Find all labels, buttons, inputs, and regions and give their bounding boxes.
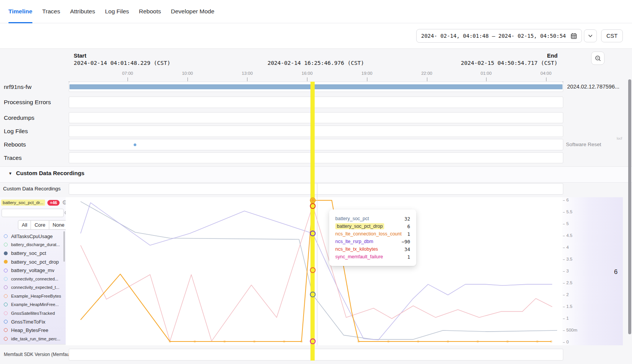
timeline-end-time: 2024-02-15 04:50:54.717 (CST) xyxy=(405,60,558,66)
sdk-version-row-track[interactable] xyxy=(69,349,563,361)
y-tick-mark xyxy=(563,283,565,283)
metric-name: Example_HeapFreeBytes xyxy=(11,294,61,298)
tooltip-row: ncs_lte_tx_kilobytes34 xyxy=(335,245,410,253)
series-line-ncs_lte_rsrp_dbm xyxy=(81,203,552,340)
page-scrollbar[interactable] xyxy=(628,79,631,334)
selected-metric-chip[interactable]: battery_soc_pct_dr... xyxy=(1,200,45,206)
tab-developer-mode[interactable]: Developer Mode xyxy=(171,0,215,23)
metric-color-dot xyxy=(4,243,8,246)
tab-timeline[interactable]: Timeline xyxy=(8,0,32,23)
y-tick-label: 3.5 xyxy=(566,257,572,261)
y-tick-label: 6 xyxy=(566,198,569,202)
time-tick-label: 01:00 xyxy=(481,71,492,76)
chevron-down-icon xyxy=(588,34,593,38)
more-metrics-badge[interactable]: +46 xyxy=(47,200,60,206)
timezone-button[interactable]: CST xyxy=(601,29,623,42)
metric-name: GnssTimeToFix xyxy=(11,319,45,325)
metric-color-dot-filled xyxy=(4,251,8,255)
timeline-row-track[interactable] xyxy=(69,152,563,163)
timeline-end-label: End xyxy=(481,53,558,59)
time-tick-label: 07:00 xyxy=(122,71,133,76)
timeline-start-time: 2024-02-14 04:01:48.229 (CST) xyxy=(74,60,170,66)
metric-search-input[interactable] xyxy=(2,209,64,217)
metric-item[interactable]: battery_voltage_mv xyxy=(0,266,66,275)
metric-item[interactable]: AllTasksCpuUsage xyxy=(0,232,66,240)
tooltip-metric-name: battery_soc_pct_drop xyxy=(335,223,384,229)
tooltip-row: battery_soc_pct32 xyxy=(335,215,410,222)
timeline-start-label: Start xyxy=(74,53,86,59)
timeline-cursor[interactable] xyxy=(310,82,315,361)
tooltip-metric-name: ncs_lte_connection_loss_count xyxy=(335,231,402,237)
time-tick-mark xyxy=(187,77,188,81)
metric-color-dot xyxy=(4,328,8,332)
y-tick-mark xyxy=(563,248,565,248)
locf-label: locf xyxy=(617,137,622,140)
metric-item[interactable]: Heap_BytesFree xyxy=(0,326,66,334)
timeline-row-label: nrf91ns-fw xyxy=(4,84,31,90)
tooltip-metric-value: 6 xyxy=(407,224,410,229)
timeline-row-track[interactable] xyxy=(69,139,563,150)
metric-item[interactable]: GnssSatellitesTracked xyxy=(0,309,66,317)
reboot-event-dot[interactable] xyxy=(134,143,136,146)
tab-reboots[interactable]: Reboots xyxy=(139,0,161,23)
metric-name: battery_voltage_mv xyxy=(11,267,54,273)
tooltip-metric-value: 1 xyxy=(407,231,410,237)
metric-color-dot xyxy=(4,269,8,272)
filter-all-button[interactable]: All xyxy=(18,220,31,230)
tooltip-metric-value: 1 xyxy=(407,254,410,260)
cdr-row-label: Custom Data Recordings xyxy=(3,186,61,192)
y-tick-mark xyxy=(563,212,565,213)
timeline-row-track[interactable] xyxy=(69,82,563,92)
custom-data-recordings-section[interactable] xyxy=(0,166,632,183)
calendar-icon[interactable] xyxy=(571,33,577,39)
metric-item[interactable]: battery_soc_pct_drop xyxy=(0,258,66,266)
chart-tooltip: battery_soc_pct32battery_soc_pct_drop6nc… xyxy=(329,209,416,266)
firmware-version-label: 2024.02.12.787596... xyxy=(567,84,619,90)
timeline-row-track[interactable] xyxy=(69,126,563,137)
metric-item[interactable]: battery_soc_pct xyxy=(0,249,66,258)
y-tick-mark xyxy=(563,259,565,260)
tab-attributes[interactable]: Attributes xyxy=(70,0,95,23)
y-tick-mark xyxy=(563,295,565,295)
date-range-input[interactable]: 2024- 02-14, 04:01:48 – 2024- 02-15, 04:… xyxy=(416,29,582,43)
timeline-row-label: Coredumps xyxy=(4,114,34,121)
time-tick-mark xyxy=(367,77,367,81)
metric-color-dot-filled xyxy=(4,260,8,264)
metric-list-scrollbar[interactable] xyxy=(63,231,65,262)
metric-item[interactable]: connectivity_connected... xyxy=(0,275,66,283)
tooltip-row: battery_soc_pct_drop6 xyxy=(335,222,410,230)
y-tick-mark xyxy=(563,330,565,331)
timeline-row-track[interactable] xyxy=(69,97,563,108)
metric-item[interactable]: GnssTimeToFix xyxy=(0,317,66,326)
tab-log-files[interactable]: Log Files xyxy=(105,0,129,23)
timeline-row-track[interactable] xyxy=(69,112,563,123)
date-range-text: 2024- 02-14, 04:01:48 – 2024- 02-15, 04:… xyxy=(421,33,566,39)
tooltip-row: ncs_lte_rsrp_dbm−90 xyxy=(335,238,410,245)
firmware-version-bar[interactable] xyxy=(70,84,562,89)
metric-color-dot xyxy=(4,311,8,315)
series-line-ncs_lte_tx_kilobytes xyxy=(81,206,552,341)
time-tick-mark xyxy=(546,77,546,81)
y-tick-label: 5 xyxy=(566,221,569,226)
filter-core-button[interactable]: Core xyxy=(31,220,49,230)
metric-item[interactable]: idle_task_run_time_perc... xyxy=(0,335,66,343)
time-tick-label: 13:00 xyxy=(242,71,253,76)
metric-color-dot xyxy=(4,234,8,238)
metric-item[interactable]: battery_discharge_durat... xyxy=(0,240,66,249)
tooltip-row: sync_memfault_failure1 xyxy=(335,253,410,261)
y-tick-mark xyxy=(563,342,565,343)
tab-traces[interactable]: Traces xyxy=(42,0,60,23)
zoom-out-button[interactable] xyxy=(591,52,605,65)
tooltip-metric-value: −90 xyxy=(401,239,410,245)
y-tick-mark xyxy=(563,271,565,272)
metric-item[interactable]: Example_HeapMinFree... xyxy=(0,300,66,309)
collapse-triangle-icon[interactable]: ▼ xyxy=(8,171,12,176)
metric-item[interactable]: Example_HeapFreeBytes xyxy=(0,292,66,300)
time-tick-label: 16:00 xyxy=(302,71,313,76)
date-range-dropdown-button[interactable] xyxy=(584,29,597,42)
cdr-row-track[interactable] xyxy=(69,183,563,195)
metric-item[interactable]: connectivity_expected_t... xyxy=(0,283,66,292)
metric-name: battery_discharge_durat... xyxy=(11,242,60,247)
y-tick-label: 5.5 xyxy=(566,209,572,214)
metric-color-dot xyxy=(4,285,8,289)
